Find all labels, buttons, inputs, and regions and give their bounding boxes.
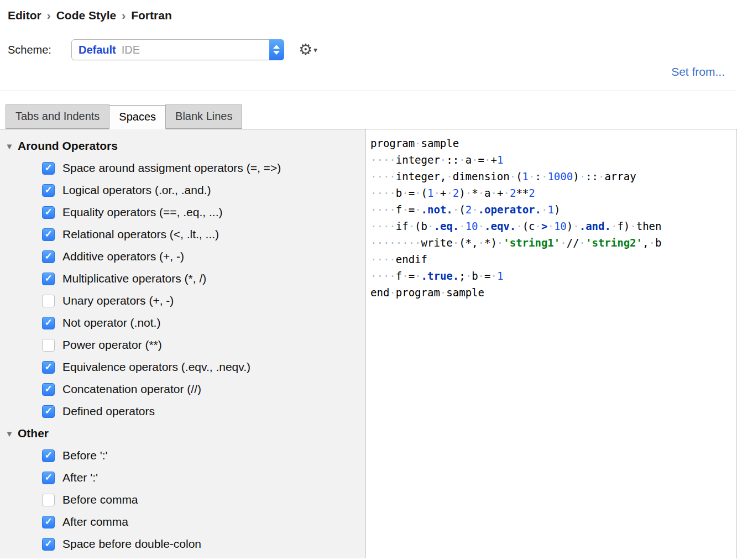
option-row-power-operator[interactable]: Power operator (**) bbox=[0, 334, 365, 356]
options-panel: ▼Around Operators✓Space around assigment… bbox=[0, 129, 366, 558]
scheme-value: Default bbox=[79, 44, 116, 56]
checkbox-checked-icon[interactable]: ✓ bbox=[42, 162, 55, 175]
tab-spaces[interactable]: Spaces bbox=[109, 105, 166, 129]
option-row-before[interactable]: ✓Before ':' bbox=[0, 444, 365, 467]
code-preview: program·sample····integer·::·a·=·+1····i… bbox=[366, 129, 736, 301]
code-line: program·sample bbox=[370, 135, 736, 151]
checkbox-unchecked-icon[interactable] bbox=[42, 295, 55, 307]
option-row-space-around-assigment-operators[interactable]: ✓Space around assigment operators (=, =>… bbox=[0, 157, 365, 179]
option-row-after[interactable]: ✓After ':' bbox=[0, 467, 365, 489]
checkbox-checked-icon[interactable]: ✓ bbox=[42, 250, 55, 263]
checkbox-unchecked-icon[interactable] bbox=[42, 494, 55, 506]
check-icon: ✓ bbox=[44, 252, 52, 261]
option-row-after-comma[interactable]: ✓After comma bbox=[0, 511, 365, 533]
option-label: Before ':' bbox=[62, 449, 108, 462]
check-icon: ✓ bbox=[44, 274, 52, 283]
code-line: ········write·(*,·*)·'string1'·//·'strin… bbox=[370, 234, 736, 251]
breadcrumb-separator: › bbox=[41, 9, 56, 22]
checkbox-checked-icon[interactable]: ✓ bbox=[42, 317, 55, 329]
option-label: Before comma bbox=[62, 493, 138, 506]
checkbox-checked-icon[interactable]: ✓ bbox=[42, 361, 55, 374]
set-from-link[interactable]: Set from... bbox=[671, 65, 725, 78]
chevron-down-icon: ▾ bbox=[313, 45, 317, 54]
checkbox-checked-icon[interactable]: ✓ bbox=[42, 405, 55, 418]
option-row-equality-operators-eq[interactable]: ✓Equality operators (==, .eq., ...) bbox=[0, 201, 365, 223]
option-row-concatenation-operator[interactable]: ✓Concatenation operator (//) bbox=[0, 378, 365, 400]
option-label: Not operator (.not.) bbox=[62, 316, 160, 329]
option-label: Space around assigment operators (=, =>) bbox=[62, 161, 281, 175]
stepper-down-icon bbox=[273, 51, 280, 55]
checkbox-checked-icon[interactable]: ✓ bbox=[42, 228, 55, 241]
collapse-triangle-icon[interactable]: ▼ bbox=[1, 142, 18, 151]
breadcrumb-item-fortran[interactable]: Fortran bbox=[131, 9, 172, 22]
option-label: After ':' bbox=[62, 471, 98, 484]
checkbox-checked-icon[interactable]: ✓ bbox=[42, 184, 55, 197]
section-header-other[interactable]: ▼Other bbox=[0, 422, 365, 444]
settings-header: Editor›Code Style›Fortran Scheme: Defaul… bbox=[0, 0, 737, 91]
option-row-unary-operators[interactable]: Unary operators (+, -) bbox=[0, 290, 365, 312]
section-header-around-operators[interactable]: ▼Around Operators bbox=[0, 135, 365, 157]
scheme-value-suffix: IDE bbox=[122, 44, 140, 56]
checkbox-checked-icon[interactable]: ✓ bbox=[42, 206, 55, 219]
scheme-row: Scheme: DefaultIDE ⚙ ▾ bbox=[8, 39, 737, 61]
set-from-row: Set from... bbox=[0, 65, 737, 82]
scheme-actions-button[interactable]: ⚙ ▾ bbox=[299, 42, 317, 57]
check-icon: ✓ bbox=[44, 163, 52, 172]
scheme-label: Scheme: bbox=[8, 44, 51, 56]
gear-icon: ⚙ bbox=[299, 42, 312, 57]
option-label: Defined operators bbox=[62, 405, 155, 418]
check-icon: ✓ bbox=[44, 318, 52, 327]
code-line: ····if·(b·.eq.·10·.eqv.·(c·>·10)·.and.·f… bbox=[370, 218, 736, 234]
header-divider bbox=[0, 91, 737, 91]
collapse-triangle-icon[interactable]: ▼ bbox=[1, 429, 18, 438]
option-label: Unary operators (+, -) bbox=[62, 294, 174, 307]
option-row-relational-operators-lt[interactable]: ✓Relational operators (<, .lt., ...) bbox=[0, 223, 365, 245]
option-label: Multiplicative operators (*, /) bbox=[62, 272, 206, 285]
check-icon: ✓ bbox=[44, 517, 52, 526]
stepper-up-icon bbox=[273, 45, 280, 49]
checkbox-checked-icon[interactable]: ✓ bbox=[42, 383, 55, 396]
stepper-icon[interactable] bbox=[269, 39, 284, 60]
check-icon: ✓ bbox=[44, 384, 52, 394]
check-icon: ✓ bbox=[44, 229, 52, 239]
option-label: Logical operators (.or., .and.) bbox=[62, 184, 211, 197]
code-line: end·program·sample bbox=[370, 284, 736, 301]
option-row-defined-operators[interactable]: ✓Defined operators bbox=[0, 400, 365, 422]
code-line: ····integer,·dimension·(1·:·1000)·::·arr… bbox=[370, 168, 736, 185]
content-area: ▼Around Operators✓Space around assigment… bbox=[0, 129, 737, 558]
breadcrumb: Editor›Code Style›Fortran bbox=[0, 0, 737, 22]
check-icon: ✓ bbox=[44, 185, 52, 195]
check-icon: ✓ bbox=[44, 539, 52, 548]
checkbox-checked-icon[interactable]: ✓ bbox=[42, 273, 55, 285]
checkbox-checked-icon[interactable]: ✓ bbox=[42, 538, 55, 551]
option-label: Relational operators (<, .lt., ...) bbox=[62, 228, 219, 241]
option-row-equivalence-operators-eqv-neqv[interactable]: ✓Equivalence operators (.eqv., .neqv.) bbox=[0, 356, 365, 378]
section-title: Around Operators bbox=[18, 139, 118, 153]
option-row-not-operator-not[interactable]: ✓Not operator (.not.) bbox=[0, 312, 365, 334]
option-label: Power operator (**) bbox=[62, 338, 162, 352]
option-label: Equivalence operators (.eqv., .neqv.) bbox=[62, 360, 250, 374]
section-title: Other bbox=[18, 427, 49, 440]
checkbox-checked-icon[interactable]: ✓ bbox=[42, 516, 55, 528]
option-row-logical-operators-or-and[interactable]: ✓Logical operators (.or., .and.) bbox=[0, 179, 365, 201]
checkbox-unchecked-icon[interactable] bbox=[42, 339, 55, 352]
scheme-select[interactable]: DefaultIDE bbox=[71, 39, 284, 60]
code-line: ····endif bbox=[370, 251, 736, 268]
tab-tabs-and-indents[interactable]: Tabs and Indents bbox=[6, 104, 109, 129]
check-icon: ✓ bbox=[44, 406, 52, 416]
option-label: After comma bbox=[62, 515, 128, 528]
code-line: ····b·=·(1·+·2)·*·a·+·2**2 bbox=[370, 185, 736, 201]
breadcrumb-item-code-style[interactable]: Code Style bbox=[56, 9, 117, 22]
scheme-selected-value: DefaultIDE bbox=[72, 44, 140, 56]
code-line: ····integer·::·a·=·+1 bbox=[370, 151, 736, 168]
checkbox-checked-icon[interactable]: ✓ bbox=[42, 449, 55, 462]
option-row-multiplicative-operators[interactable]: ✓Multiplicative operators (*, /) bbox=[0, 268, 365, 290]
tab-blank-lines[interactable]: Blank Lines bbox=[165, 104, 242, 129]
option-row-before-comma[interactable]: Before comma bbox=[0, 489, 365, 511]
option-row-space-before-double-colon[interactable]: ✓Space before double-colon bbox=[0, 533, 365, 555]
check-icon: ✓ bbox=[44, 207, 52, 217]
option-row-additive-operators[interactable]: ✓Additive operators (+, -) bbox=[0, 245, 365, 268]
checkbox-checked-icon[interactable]: ✓ bbox=[42, 472, 55, 484]
code-line: ····f·=·.true.;·b·=·1 bbox=[370, 268, 736, 284]
breadcrumb-item-editor[interactable]: Editor bbox=[8, 9, 41, 22]
